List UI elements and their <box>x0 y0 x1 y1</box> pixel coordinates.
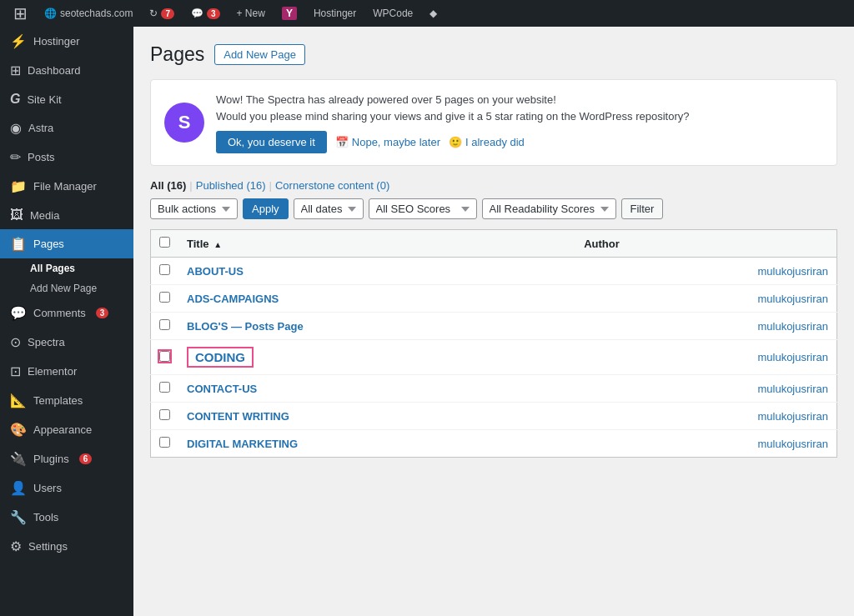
notice-ok-button[interactable]: Ok, you deserve it <box>216 131 327 153</box>
row-checkbox[interactable] <box>159 382 170 393</box>
seo-scores-select[interactable]: All SEO Scores <box>369 198 477 219</box>
sidebar-item-label-users: Users <box>33 482 62 494</box>
pages-table: Title ▲ Author ABOUT-USmulukojusriranADS… <box>150 229 837 458</box>
new-content-label: + New <box>237 8 265 19</box>
filter-button[interactable]: Filter <box>621 198 664 219</box>
wpcode-link[interactable]: WPCode <box>366 0 419 27</box>
sidebar-item-users[interactable]: 👤 Users <box>0 473 133 503</box>
updates-link[interactable]: ↻ 7 <box>143 0 181 27</box>
row-checkbox[interactable] <box>159 292 170 303</box>
author-link[interactable]: mulukojusriran <box>757 438 828 450</box>
row-checkbox-cell <box>151 375 179 403</box>
sidebar-item-plugins[interactable]: 🔌 Plugins 6 <box>0 444 133 473</box>
updates-count: 7 <box>161 8 174 19</box>
filter-tab-all[interactable]: All (16) <box>150 179 186 192</box>
author-link[interactable]: mulukojusriran <box>757 351 828 363</box>
sidebar-item-label-filemanager: File Manager <box>33 180 97 193</box>
sidebar-item-appearance[interactable]: 🎨 Appearance <box>0 415 133 444</box>
comments-badge: 3 <box>96 308 109 318</box>
apply-button[interactable]: Apply <box>243 198 289 219</box>
sidebar-item-astra[interactable]: ◉ Astra <box>0 113 133 143</box>
page-title-link[interactable]: ABOUT-US <box>187 265 244 278</box>
sidebar-item-tools[interactable]: 🔧 Tools <box>0 503 133 532</box>
all-pages-label: All Pages <box>30 263 75 274</box>
sidebar-sub-item-all-pages[interactable]: All Pages <box>0 258 133 278</box>
author-link[interactable]: mulukojusriran <box>757 265 828 278</box>
dates-select[interactable]: All dates <box>294 198 364 219</box>
sidebar-item-label-settings: Settings <box>28 540 68 553</box>
row-author-cell: mulukojusriran <box>575 285 836 313</box>
page-title-link[interactable]: CONTACT-US <box>187 383 257 395</box>
select-all-checkbox[interactable] <box>159 237 170 248</box>
sidebar-item-hostinger[interactable]: ⚡ Hostinger <box>0 27 133 56</box>
spectra-logo: S <box>164 103 204 143</box>
row-title-cell: DIGITAL MARKETING <box>178 430 575 458</box>
author-link[interactable]: mulukojusriran <box>757 410 828 423</box>
author-link[interactable]: mulukojusriran <box>757 320 828 333</box>
hostinger-link[interactable]: Hostinger <box>307 0 363 27</box>
site-favicon-icon: 🌐 <box>44 8 57 19</box>
diamond-link[interactable]: ◆ <box>423 0 444 27</box>
sitekit-icon: G <box>10 92 20 107</box>
row-author-cell: mulukojusriran <box>575 340 836 375</box>
sidebar-item-templates[interactable]: 📐 Templates <box>0 386 133 415</box>
page-title-link[interactable]: ADS-CAMPAIGNS <box>187 293 279 305</box>
filemanager-icon: 📁 <box>10 178 27 194</box>
comments-link[interactable]: 💬 3 <box>184 0 227 27</box>
row-checkbox[interactable] <box>159 351 170 362</box>
filter-sep-2: | <box>269 179 272 192</box>
plugins-badge: 6 <box>79 453 93 464</box>
sidebar-item-label-plugins: Plugins <box>33 453 69 465</box>
add-new-page-button[interactable]: Add New Page <box>214 44 305 65</box>
sidebar-item-posts[interactable]: ✏ Posts <box>0 143 133 172</box>
author-column-header: Author <box>575 230 836 258</box>
title-sort-icon: ▲ <box>214 240 222 249</box>
site-name: seotechads.com <box>60 8 133 19</box>
filter-tab-cornerstone[interactable]: Cornerstone content (0) <box>275 179 389 192</box>
notice-did-link[interactable]: 🙂 I already did <box>449 136 525 148</box>
calendar-icon: 📅 <box>335 136 349 148</box>
notice-later-label: Nope, maybe later <box>352 136 440 148</box>
row-checkbox[interactable] <box>159 437 170 448</box>
sidebar-item-filemanager[interactable]: 📁 File Manager <box>0 172 133 201</box>
sidebar-item-elementor[interactable]: ⊡ Elementor <box>0 357 133 386</box>
coding-highlighted-link[interactable]: CODING <box>187 347 254 368</box>
sidebar-item-spectra[interactable]: ⊙ Spectra <box>0 328 133 357</box>
filter-tab-published-link: Published (16) <box>196 179 266 192</box>
new-content-link[interactable]: + New <box>230 0 272 27</box>
templates-icon: 📐 <box>10 393 27 408</box>
filter-tab-published[interactable]: Published (16) <box>196 179 266 192</box>
sidebar-item-media[interactable]: 🖼 Media <box>0 201 133 229</box>
sidebar-sub-item-add-new-page[interactable]: Add New Page <box>0 278 133 298</box>
row-title-cell: CONTENT WRITING <box>178 403 575 430</box>
yoast-link[interactable]: Y <box>275 0 304 27</box>
bulk-actions-select[interactable]: Bulk actions <box>150 198 238 219</box>
author-link[interactable]: mulukojusriran <box>757 383 828 395</box>
notice-later-link[interactable]: 📅 Nope, maybe later <box>335 136 440 148</box>
sidebar-item-comments[interactable]: 💬 Comments 3 <box>0 298 133 328</box>
row-checkbox[interactable] <box>159 264 170 275</box>
page-title-link[interactable]: BLOG'S — Posts Page <box>187 320 304 333</box>
row-checkbox-cell <box>151 340 179 375</box>
diamond-icon: ◆ <box>430 8 437 19</box>
sidebar-item-label-dashboard: Dashboard <box>28 64 81 77</box>
wp-logo-link[interactable]: ⊞ <box>7 0 34 27</box>
hostinger-icon: ⚡ <box>10 33 27 49</box>
sidebar-item-settings[interactable]: ⚙ Settings <box>0 532 133 561</box>
sidebar-item-label-posts: Posts <box>28 151 55 163</box>
page-title-link[interactable]: CONTENT WRITING <box>187 410 289 423</box>
row-checkbox[interactable] <box>159 319 170 330</box>
filter-tab-all-label: All (16) <box>150 179 186 192</box>
sidebar-item-sitekit[interactable]: G Site Kit <box>0 85 133 113</box>
site-name-link[interactable]: 🌐 seotechads.com <box>38 0 139 27</box>
sidebar-item-pages[interactable]: 📋 Pages <box>0 229 133 258</box>
page-title-link[interactable]: DIGITAL MARKETING <box>187 438 298 450</box>
sidebar-item-dashboard[interactable]: ⊞ Dashboard <box>0 56 133 85</box>
posts-icon: ✏ <box>10 149 21 165</box>
readability-scores-select[interactable]: All Readability Scores <box>482 198 616 219</box>
author-link[interactable]: mulukojusriran <box>757 293 828 305</box>
title-column-header[interactable]: Title ▲ <box>178 230 575 258</box>
content-area: Pages Add New Page S Wow! The Spectra ha… <box>133 27 854 616</box>
row-checkbox[interactable] <box>159 409 170 420</box>
pages-active-arrow <box>127 238 133 251</box>
